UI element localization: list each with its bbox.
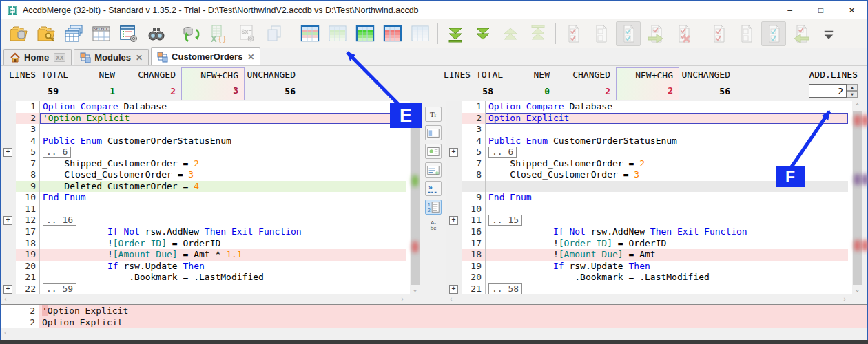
- scroll-up-icon[interactable]: ⌃: [852, 101, 862, 111]
- apply-selection-to-left-button[interactable]: [789, 21, 814, 46]
- folded-lines-label[interactable]: .. 6: [488, 147, 517, 158]
- folded-lines-label[interactable]: .. 15: [488, 215, 522, 226]
- code-line[interactable]: If rsw.Update Then: [486, 261, 848, 272]
- code-line[interactable]: ![Amount Due] = Amt * 1.1: [40, 249, 406, 261]
- filter-all-rows-button[interactable]: [298, 21, 322, 46]
- font-settings-button[interactable]: Tr: [425, 107, 442, 122]
- bottom-horizontal-scrollbar[interactable]: ‹: [1, 328, 867, 339]
- right-code-pane[interactable]: 1Option Compare Database2Option Explicit…: [446, 101, 862, 303]
- toolbar-overflow-button[interactable]: [816, 21, 841, 46]
- select-new-changed-left-button[interactable]: [561, 21, 586, 46]
- minimize-button[interactable]: –: [774, 1, 805, 19]
- code-line[interactable]: .. 58: [486, 283, 848, 294]
- scroll-down-icon[interactable]: ⌄: [410, 285, 420, 294]
- tab-modules[interactable]: Modules✕: [74, 49, 149, 65]
- code-line[interactable]: If rsw.Update Then: [40, 261, 406, 272]
- right-vertical-scrollbar[interactable]: ⌃ ⌄: [852, 101, 862, 294]
- export-excel-button[interactable]: X{ }: [207, 21, 231, 46]
- options-form-button[interactable]: [116, 21, 141, 46]
- sql-query-button[interactable]: SELECT: [89, 21, 114, 46]
- code-line[interactable]: .. 6: [486, 147, 848, 158]
- edit-mode-button[interactable]: [425, 162, 442, 178]
- add-lines-input[interactable]: [809, 84, 847, 98]
- find-button[interactable]: [144, 21, 169, 46]
- objects-list-button[interactable]: [61, 21, 86, 46]
- left-code-pane[interactable]: 1Option Compare Database2'Option Explici…: [1, 101, 420, 303]
- open-database-button[interactable]: [6, 21, 31, 46]
- word-wrap-button[interactable]: A-bc: [425, 218, 442, 233]
- filter-changed-rows-button[interactable]: [380, 21, 405, 46]
- code-line[interactable]: End Enum: [40, 192, 406, 204]
- cancel-selection-left-button[interactable]: [671, 21, 696, 46]
- tab-close-icon[interactable]: ✕: [247, 52, 254, 62]
- code-line[interactable]: ![Order ID] = OrderID: [486, 238, 848, 250]
- goto-previous-difference-button[interactable]: [498, 21, 523, 46]
- folded-lines-label[interactable]: .. 59: [43, 283, 76, 294]
- code-line[interactable]: ![Order ID] = OrderID: [40, 238, 406, 250]
- fold-expand-button[interactable]: +: [3, 285, 12, 294]
- fold-expand-button[interactable]: +: [3, 148, 12, 157]
- goto-next-difference-button[interactable]: [471, 21, 495, 46]
- code-line[interactable]: Option Explicit: [486, 113, 848, 125]
- folded-lines-label[interactable]: .. 6: [43, 147, 71, 158]
- code-line[interactable]: ![Amount Due] = Amt: [486, 249, 848, 261]
- goto-last-difference-button[interactable]: [526, 21, 550, 46]
- code-line[interactable]: .. 15: [486, 215, 848, 226]
- add-lines-down-button[interactable]: ▼: [847, 91, 858, 98]
- view-layout-button[interactable]: [425, 125, 442, 140]
- code-line[interactable]: Closed_CustomerOrder = 3: [40, 169, 406, 181]
- code-line[interactable]: Shipped_CustomerOrder = 2: [40, 158, 406, 170]
- code-line[interactable]: [40, 124, 406, 136]
- fold-expand-button[interactable]: +: [449, 285, 458, 294]
- copy-object-button[interactable]: [262, 21, 287, 46]
- code-line[interactable]: Deleted_CustomerOrder = 4: [40, 181, 406, 193]
- tab-customerorders[interactable]: CustomerOrders✕: [151, 47, 260, 65]
- fold-expand-button[interactable]: +: [449, 148, 458, 157]
- right-scrollbar-thumb[interactable]: [853, 111, 862, 285]
- line-numbers-button[interactable]: 12: [425, 200, 442, 215]
- code-line[interactable]: 'Option Explicit: [40, 113, 406, 125]
- code-line[interactable]: .. 6: [40, 147, 406, 158]
- code-line[interactable]: If Not rsw.AddNew Then Exit Function: [486, 226, 848, 238]
- code-line[interactable]: [486, 204, 848, 215]
- tab-home[interactable]: Homexx: [3, 49, 72, 65]
- folded-lines-label[interactable]: .. 16: [43, 215, 76, 226]
- open-database-with-password-button[interactable]: [34, 21, 59, 46]
- view-preview-button[interactable]: [425, 144, 442, 159]
- unselect-all-right-button[interactable]: [734, 21, 758, 46]
- select-new-changed-right-button[interactable]: [706, 21, 731, 46]
- select-all-right-button[interactable]: [761, 21, 786, 46]
- code-line[interactable]: If Not rsw.AddNew Then Exit Function: [40, 226, 406, 238]
- code-line[interactable]: [40, 204, 406, 215]
- export-formula-button[interactable]: $x=: [234, 21, 259, 46]
- code-line[interactable]: End Enum: [486, 192, 848, 204]
- goto-first-difference-button[interactable]: [443, 21, 468, 46]
- code-line[interactable]: [486, 124, 848, 136]
- tab-close-icon[interactable]: ✕: [136, 53, 143, 63]
- close-all-icon[interactable]: xx: [54, 53, 65, 62]
- folded-lines-label[interactable]: .. 58: [488, 283, 522, 294]
- add-lines-up-button[interactable]: ▲: [847, 84, 858, 91]
- code-line[interactable]: .Bookmark = .LastModified: [40, 272, 406, 283]
- maximize-button[interactable]: □: [805, 1, 836, 19]
- code-line[interactable]: .. 59: [40, 283, 406, 294]
- fold-expand-button[interactable]: +: [3, 216, 12, 225]
- fold-expand-button[interactable]: +: [449, 216, 458, 225]
- refresh-database-button[interactable]: [179, 21, 204, 46]
- close-button[interactable]: ✕: [836, 1, 867, 19]
- code-line[interactable]: Public Enum CustomerOrderStatusEnum: [40, 136, 406, 147]
- right-horizontal-scrollbar[interactable]: ‹›: [446, 294, 862, 303]
- code-line[interactable]: .Bookmark = .LastModified: [486, 272, 848, 283]
- code-line[interactable]: .. 16: [40, 215, 406, 226]
- filter-new-changed-rows-button[interactable]: [353, 21, 378, 46]
- left-horizontal-scrollbar[interactable]: ‹›: [1, 294, 420, 303]
- right-code-rows[interactable]: 1Option Compare Database2Option Explicit…: [446, 101, 848, 294]
- left-scrollbar-thumb[interactable]: [411, 111, 420, 285]
- left-vertical-scrollbar[interactable]: ⌃ ⌄: [410, 101, 420, 294]
- left-code-rows[interactable]: 1Option Compare Database2'Option Explici…: [1, 101, 406, 294]
- unselect-all-left-button[interactable]: [588, 21, 613, 46]
- select-all-left-button[interactable]: [616, 21, 641, 46]
- filter-unchanged-rows-button[interactable]: [408, 21, 433, 46]
- code-line[interactable]: Option Compare Database: [40, 101, 406, 113]
- code-line[interactable]: Public Enum CustomerOrderStatusEnum: [486, 136, 848, 147]
